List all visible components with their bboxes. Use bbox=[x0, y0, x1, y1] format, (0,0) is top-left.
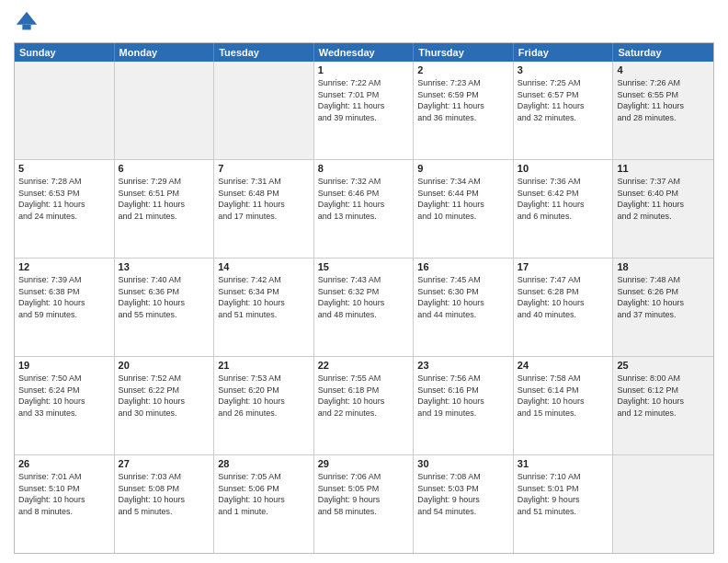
cal-cell-14: 14Sunrise: 7:42 AM Sunset: 6:34 PM Dayli… bbox=[214, 259, 314, 356]
cal-header-saturday: Saturday bbox=[613, 43, 713, 62]
cell-info: Sunrise: 7:32 AM Sunset: 6:46 PM Dayligh… bbox=[318, 176, 410, 222]
day-number: 11 bbox=[617, 163, 710, 174]
cal-cell-20: 20Sunrise: 7:52 AM Sunset: 6:22 PM Dayli… bbox=[115, 357, 215, 454]
day-number: 29 bbox=[318, 458, 410, 469]
cell-info: Sunrise: 7:47 AM Sunset: 6:28 PM Dayligh… bbox=[518, 274, 609, 320]
cal-cell-9: 9Sunrise: 7:34 AM Sunset: 6:44 PM Daylig… bbox=[414, 160, 514, 258]
cell-info: Sunrise: 7:25 AM Sunset: 6:57 PM Dayligh… bbox=[518, 77, 609, 123]
cal-cell-31: 31Sunrise: 7:10 AM Sunset: 5:01 PM Dayli… bbox=[514, 455, 614, 553]
cal-week-5: 26Sunrise: 7:01 AM Sunset: 5:10 PM Dayli… bbox=[15, 454, 713, 553]
cal-cell-empty-0-2 bbox=[214, 62, 314, 159]
cal-cell-15: 15Sunrise: 7:43 AM Sunset: 6:32 PM Dayli… bbox=[314, 259, 415, 356]
cell-info: Sunrise: 7:31 AM Sunset: 6:48 PM Dayligh… bbox=[218, 176, 310, 222]
day-number: 7 bbox=[218, 163, 310, 174]
day-number: 3 bbox=[518, 64, 609, 75]
cell-info: Sunrise: 7:03 AM Sunset: 5:08 PM Dayligh… bbox=[119, 471, 210, 517]
cal-week-1: 1Sunrise: 7:22 AM Sunset: 7:01 PM Daylig… bbox=[15, 62, 713, 159]
cal-cell-26: 26Sunrise: 7:01 AM Sunset: 5:10 PM Dayli… bbox=[15, 455, 115, 553]
cal-cell-29: 29Sunrise: 7:06 AM Sunset: 5:05 PM Dayli… bbox=[314, 455, 415, 553]
cal-cell-4: 4Sunrise: 7:26 AM Sunset: 6:55 PM Daylig… bbox=[613, 62, 713, 159]
cal-cell-13: 13Sunrise: 7:40 AM Sunset: 6:36 PM Dayli… bbox=[115, 259, 215, 356]
svg-rect-1 bbox=[22, 25, 30, 30]
cell-info: Sunrise: 7:26 AM Sunset: 6:55 PM Dayligh… bbox=[617, 77, 710, 123]
cell-info: Sunrise: 7:22 AM Sunset: 7:01 PM Dayligh… bbox=[318, 77, 410, 123]
cell-info: Sunrise: 8:00 AM Sunset: 6:12 PM Dayligh… bbox=[617, 373, 710, 419]
cell-info: Sunrise: 7:01 AM Sunset: 5:10 PM Dayligh… bbox=[18, 471, 110, 517]
cell-info: Sunrise: 7:28 AM Sunset: 6:53 PM Dayligh… bbox=[18, 176, 110, 222]
cal-cell-5: 5Sunrise: 7:28 AM Sunset: 6:53 PM Daylig… bbox=[15, 160, 115, 258]
cal-cell-23: 23Sunrise: 7:56 AM Sunset: 6:16 PM Dayli… bbox=[414, 357, 514, 454]
cell-info: Sunrise: 7:48 AM Sunset: 6:26 PM Dayligh… bbox=[617, 274, 710, 320]
cal-header-thursday: Thursday bbox=[414, 43, 514, 62]
cal-cell-empty-0-1 bbox=[115, 62, 215, 159]
cal-week-3: 12Sunrise: 7:39 AM Sunset: 6:38 PM Dayli… bbox=[15, 258, 713, 356]
cal-header-friday: Friday bbox=[514, 43, 614, 62]
cal-cell-18: 18Sunrise: 7:48 AM Sunset: 6:26 PM Dayli… bbox=[613, 259, 713, 356]
cal-cell-empty-4-6 bbox=[613, 455, 713, 553]
cal-cell-11: 11Sunrise: 7:37 AM Sunset: 6:40 PM Dayli… bbox=[613, 160, 713, 258]
day-number: 10 bbox=[518, 163, 609, 174]
cal-week-4: 19Sunrise: 7:50 AM Sunset: 6:24 PM Dayli… bbox=[15, 356, 713, 454]
cal-cell-16: 16Sunrise: 7:45 AM Sunset: 6:30 PM Dayli… bbox=[414, 259, 514, 356]
cal-cell-19: 19Sunrise: 7:50 AM Sunset: 6:24 PM Dayli… bbox=[15, 357, 115, 454]
cal-cell-empty-0-0 bbox=[15, 62, 115, 159]
day-number: 17 bbox=[518, 261, 609, 272]
cal-cell-17: 17Sunrise: 7:47 AM Sunset: 6:28 PM Dayli… bbox=[514, 259, 614, 356]
cal-cell-27: 27Sunrise: 7:03 AM Sunset: 5:08 PM Dayli… bbox=[115, 455, 215, 553]
cal-cell-22: 22Sunrise: 7:55 AM Sunset: 6:18 PM Dayli… bbox=[314, 357, 415, 454]
logo bbox=[14, 9, 43, 35]
cal-cell-8: 8Sunrise: 7:32 AM Sunset: 6:46 PM Daylig… bbox=[314, 160, 415, 258]
cal-cell-10: 10Sunrise: 7:36 AM Sunset: 6:42 PM Dayli… bbox=[514, 160, 614, 258]
cal-header-monday: Monday bbox=[115, 43, 215, 62]
day-number: 24 bbox=[518, 360, 609, 371]
calendar-header-row: SundayMondayTuesdayWednesdayThursdayFrid… bbox=[15, 43, 713, 62]
cal-cell-30: 30Sunrise: 7:08 AM Sunset: 5:03 PM Dayli… bbox=[414, 455, 514, 553]
cal-cell-12: 12Sunrise: 7:39 AM Sunset: 6:38 PM Dayli… bbox=[15, 259, 115, 356]
day-number: 22 bbox=[318, 360, 410, 371]
cal-header-wednesday: Wednesday bbox=[314, 43, 415, 62]
cell-info: Sunrise: 7:29 AM Sunset: 6:51 PM Dayligh… bbox=[119, 176, 210, 222]
day-number: 27 bbox=[119, 458, 210, 469]
day-number: 23 bbox=[417, 360, 509, 371]
cal-cell-1: 1Sunrise: 7:22 AM Sunset: 7:01 PM Daylig… bbox=[314, 62, 415, 159]
day-number: 20 bbox=[119, 360, 210, 371]
cal-header-sunday: Sunday bbox=[15, 43, 115, 62]
cell-info: Sunrise: 7:43 AM Sunset: 6:32 PM Dayligh… bbox=[318, 274, 410, 320]
cell-info: Sunrise: 7:56 AM Sunset: 6:16 PM Dayligh… bbox=[417, 373, 509, 419]
cell-info: Sunrise: 7:53 AM Sunset: 6:20 PM Dayligh… bbox=[218, 373, 310, 419]
cal-cell-24: 24Sunrise: 7:58 AM Sunset: 6:14 PM Dayli… bbox=[514, 357, 614, 454]
calendar: SundayMondayTuesdayWednesdayThursdayFrid… bbox=[14, 42, 714, 554]
day-number: 16 bbox=[417, 261, 509, 272]
day-number: 2 bbox=[417, 64, 509, 75]
cell-info: Sunrise: 7:36 AM Sunset: 6:42 PM Dayligh… bbox=[518, 176, 609, 222]
cell-info: Sunrise: 7:40 AM Sunset: 6:36 PM Dayligh… bbox=[119, 274, 210, 320]
day-number: 26 bbox=[18, 458, 110, 469]
svg-marker-0 bbox=[17, 12, 37, 25]
cell-info: Sunrise: 7:55 AM Sunset: 6:18 PM Dayligh… bbox=[318, 373, 410, 419]
day-number: 4 bbox=[617, 64, 710, 75]
cal-cell-2: 2Sunrise: 7:23 AM Sunset: 6:59 PM Daylig… bbox=[414, 62, 514, 159]
cal-cell-6: 6Sunrise: 7:29 AM Sunset: 6:51 PM Daylig… bbox=[115, 160, 215, 258]
cal-cell-21: 21Sunrise: 7:53 AM Sunset: 6:20 PM Dayli… bbox=[214, 357, 314, 454]
cell-info: Sunrise: 7:23 AM Sunset: 6:59 PM Dayligh… bbox=[417, 77, 509, 123]
day-number: 15 bbox=[318, 261, 410, 272]
cell-info: Sunrise: 7:52 AM Sunset: 6:22 PM Dayligh… bbox=[119, 373, 210, 419]
day-number: 21 bbox=[218, 360, 310, 371]
day-number: 19 bbox=[18, 360, 110, 371]
day-number: 9 bbox=[417, 163, 509, 174]
cell-info: Sunrise: 7:10 AM Sunset: 5:01 PM Dayligh… bbox=[518, 471, 609, 517]
cell-info: Sunrise: 7:42 AM Sunset: 6:34 PM Dayligh… bbox=[218, 274, 310, 320]
day-number: 6 bbox=[119, 163, 210, 174]
cal-cell-25: 25Sunrise: 8:00 AM Sunset: 6:12 PM Dayli… bbox=[613, 357, 713, 454]
day-number: 5 bbox=[18, 163, 110, 174]
day-number: 8 bbox=[318, 163, 410, 174]
cell-info: Sunrise: 7:45 AM Sunset: 6:30 PM Dayligh… bbox=[417, 274, 509, 320]
cal-header-tuesday: Tuesday bbox=[214, 43, 314, 62]
day-number: 14 bbox=[218, 261, 310, 272]
day-number: 18 bbox=[617, 261, 710, 272]
page: SundayMondayTuesdayWednesdayThursdayFrid… bbox=[0, 0, 728, 563]
day-number: 13 bbox=[119, 261, 210, 272]
cal-week-2: 5Sunrise: 7:28 AM Sunset: 6:53 PM Daylig… bbox=[15, 159, 713, 258]
cell-info: Sunrise: 7:50 AM Sunset: 6:24 PM Dayligh… bbox=[18, 373, 110, 419]
cell-info: Sunrise: 7:37 AM Sunset: 6:40 PM Dayligh… bbox=[617, 176, 710, 222]
